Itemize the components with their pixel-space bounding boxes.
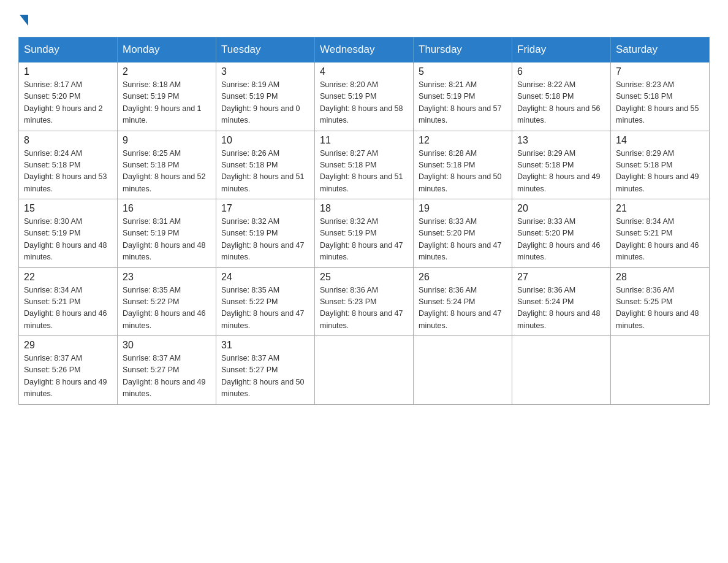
calendar-table: SundayMondayTuesdayWednesdayThursdayFrid… bbox=[18, 37, 710, 405]
calendar-cell: 29Sunrise: 8:37 AMSunset: 5:26 PMDayligh… bbox=[19, 336, 118, 405]
day-info: Sunrise: 8:33 AMSunset: 5:20 PMDaylight:… bbox=[419, 216, 507, 264]
day-info: Sunrise: 8:34 AMSunset: 5:21 PMDaylight:… bbox=[616, 216, 704, 264]
day-info: Sunrise: 8:32 AMSunset: 5:19 PMDaylight:… bbox=[221, 216, 309, 264]
day-number: 21 bbox=[616, 203, 704, 214]
day-number: 17 bbox=[221, 203, 309, 214]
day-number: 3 bbox=[221, 66, 309, 77]
week-row-4: 22Sunrise: 8:34 AMSunset: 5:21 PMDayligh… bbox=[19, 267, 710, 336]
week-row-1: 1Sunrise: 8:17 AMSunset: 5:20 PMDaylight… bbox=[19, 63, 710, 131]
calendar-cell: 7Sunrise: 8:23 AMSunset: 5:18 PMDaylight… bbox=[611, 63, 710, 131]
week-row-5: 29Sunrise: 8:37 AMSunset: 5:26 PMDayligh… bbox=[19, 336, 710, 405]
calendar-cell: 6Sunrise: 8:22 AMSunset: 5:18 PMDaylight… bbox=[512, 63, 611, 131]
calendar-cell: 14Sunrise: 8:29 AMSunset: 5:18 PMDayligh… bbox=[611, 131, 710, 199]
day-info: Sunrise: 8:35 AMSunset: 5:22 PMDaylight:… bbox=[123, 285, 211, 332]
day-number: 29 bbox=[24, 340, 112, 351]
day-number: 30 bbox=[123, 340, 211, 351]
calendar-cell: 28Sunrise: 8:36 AMSunset: 5:25 PMDayligh… bbox=[611, 267, 710, 336]
day-info: Sunrise: 8:36 AMSunset: 5:24 PMDaylight:… bbox=[419, 285, 507, 332]
week-row-3: 15Sunrise: 8:30 AMSunset: 5:19 PMDayligh… bbox=[19, 199, 710, 268]
calendar-cell: 27Sunrise: 8:36 AMSunset: 5:24 PMDayligh… bbox=[512, 267, 611, 336]
day-info: Sunrise: 8:20 AMSunset: 5:19 PMDaylight:… bbox=[320, 79, 408, 127]
calendar-cell bbox=[611, 336, 710, 405]
day-info: Sunrise: 8:17 AMSunset: 5:20 PMDaylight:… bbox=[24, 79, 112, 127]
calendar-cell: 30Sunrise: 8:37 AMSunset: 5:27 PMDayligh… bbox=[118, 336, 216, 405]
day-info: Sunrise: 8:31 AMSunset: 5:19 PMDaylight:… bbox=[123, 216, 211, 264]
day-info: Sunrise: 8:37 AMSunset: 5:27 PMDaylight:… bbox=[221, 353, 309, 400]
weekday-header-monday: Monday bbox=[118, 37, 216, 63]
day-info: Sunrise: 8:33 AMSunset: 5:20 PMDaylight:… bbox=[517, 216, 605, 264]
calendar-cell: 22Sunrise: 8:34 AMSunset: 5:21 PMDayligh… bbox=[19, 267, 118, 336]
calendar-cell bbox=[414, 336, 512, 405]
day-number: 10 bbox=[221, 135, 309, 146]
day-number: 19 bbox=[419, 203, 507, 214]
calendar-cell: 9Sunrise: 8:25 AMSunset: 5:18 PMDaylight… bbox=[118, 131, 216, 199]
calendar-cell: 15Sunrise: 8:30 AMSunset: 5:19 PMDayligh… bbox=[19, 199, 118, 268]
day-info: Sunrise: 8:32 AMSunset: 5:19 PMDaylight:… bbox=[320, 216, 408, 264]
day-number: 6 bbox=[517, 66, 605, 77]
day-number: 25 bbox=[320, 272, 408, 283]
calendar-cell: 8Sunrise: 8:24 AMSunset: 5:18 PMDaylight… bbox=[19, 131, 118, 199]
calendar-cell: 10Sunrise: 8:26 AMSunset: 5:18 PMDayligh… bbox=[216, 131, 315, 199]
calendar-cell: 23Sunrise: 8:35 AMSunset: 5:22 PMDayligh… bbox=[118, 267, 216, 336]
weekday-header-tuesday: Tuesday bbox=[216, 37, 315, 63]
calendar-cell: 20Sunrise: 8:33 AMSunset: 5:20 PMDayligh… bbox=[512, 199, 611, 268]
weekday-header-saturday: Saturday bbox=[611, 37, 710, 63]
day-number: 4 bbox=[320, 66, 408, 77]
day-info: Sunrise: 8:26 AMSunset: 5:18 PMDaylight:… bbox=[221, 148, 309, 196]
day-number: 9 bbox=[123, 135, 211, 146]
calendar-cell: 18Sunrise: 8:32 AMSunset: 5:19 PMDayligh… bbox=[315, 199, 414, 268]
day-number: 13 bbox=[517, 135, 605, 146]
calendar-cell: 17Sunrise: 8:32 AMSunset: 5:19 PMDayligh… bbox=[216, 199, 315, 268]
day-number: 24 bbox=[221, 272, 309, 283]
day-number: 14 bbox=[616, 135, 704, 146]
weekday-header-sunday: Sunday bbox=[19, 37, 118, 63]
day-info: Sunrise: 8:36 AMSunset: 5:24 PMDaylight:… bbox=[517, 285, 605, 332]
calendar-cell: 1Sunrise: 8:17 AMSunset: 5:20 PMDaylight… bbox=[19, 63, 118, 131]
day-info: Sunrise: 8:24 AMSunset: 5:18 PMDaylight:… bbox=[24, 148, 112, 196]
day-number: 20 bbox=[517, 203, 605, 214]
day-info: Sunrise: 8:37 AMSunset: 5:26 PMDaylight:… bbox=[24, 353, 112, 400]
calendar-cell bbox=[512, 336, 611, 405]
day-number: 28 bbox=[616, 272, 704, 283]
day-info: Sunrise: 8:21 AMSunset: 5:19 PMDaylight:… bbox=[419, 79, 507, 127]
week-row-2: 8Sunrise: 8:24 AMSunset: 5:18 PMDaylight… bbox=[19, 131, 710, 199]
calendar-cell: 13Sunrise: 8:29 AMSunset: 5:18 PMDayligh… bbox=[512, 131, 611, 199]
page-header bbox=[18, 12, 710, 25]
day-number: 18 bbox=[320, 203, 408, 214]
day-info: Sunrise: 8:18 AMSunset: 5:19 PMDaylight:… bbox=[123, 79, 211, 127]
day-number: 12 bbox=[419, 135, 507, 146]
calendar-cell: 21Sunrise: 8:34 AMSunset: 5:21 PMDayligh… bbox=[611, 199, 710, 268]
calendar-cell: 26Sunrise: 8:36 AMSunset: 5:24 PMDayligh… bbox=[414, 267, 512, 336]
logo bbox=[18, 12, 28, 25]
day-number: 8 bbox=[24, 135, 112, 146]
day-info: Sunrise: 8:29 AMSunset: 5:18 PMDaylight:… bbox=[616, 148, 704, 196]
day-number: 2 bbox=[123, 66, 211, 77]
day-info: Sunrise: 8:30 AMSunset: 5:19 PMDaylight:… bbox=[24, 216, 112, 264]
day-number: 31 bbox=[221, 340, 309, 351]
day-number: 27 bbox=[517, 272, 605, 283]
day-number: 5 bbox=[419, 66, 507, 77]
calendar-cell: 24Sunrise: 8:35 AMSunset: 5:22 PMDayligh… bbox=[216, 267, 315, 336]
day-number: 7 bbox=[616, 66, 704, 77]
day-number: 23 bbox=[123, 272, 211, 283]
day-info: Sunrise: 8:25 AMSunset: 5:18 PMDaylight:… bbox=[123, 148, 211, 196]
calendar-cell: 5Sunrise: 8:21 AMSunset: 5:19 PMDaylight… bbox=[414, 63, 512, 131]
weekday-header-row: SundayMondayTuesdayWednesdayThursdayFrid… bbox=[19, 37, 710, 63]
calendar-cell: 25Sunrise: 8:36 AMSunset: 5:23 PMDayligh… bbox=[315, 267, 414, 336]
calendar-cell: 16Sunrise: 8:31 AMSunset: 5:19 PMDayligh… bbox=[118, 199, 216, 268]
day-info: Sunrise: 8:35 AMSunset: 5:22 PMDaylight:… bbox=[221, 285, 309, 332]
day-info: Sunrise: 8:28 AMSunset: 5:18 PMDaylight:… bbox=[419, 148, 507, 196]
calendar-cell: 2Sunrise: 8:18 AMSunset: 5:19 PMDaylight… bbox=[118, 63, 216, 131]
day-number: 22 bbox=[24, 272, 112, 283]
calendar-cell: 3Sunrise: 8:19 AMSunset: 5:19 PMDaylight… bbox=[216, 63, 315, 131]
calendar-cell: 31Sunrise: 8:37 AMSunset: 5:27 PMDayligh… bbox=[216, 336, 315, 405]
day-info: Sunrise: 8:36 AMSunset: 5:25 PMDaylight:… bbox=[616, 285, 704, 332]
calendar-cell: 19Sunrise: 8:33 AMSunset: 5:20 PMDayligh… bbox=[414, 199, 512, 268]
day-info: Sunrise: 8:37 AMSunset: 5:27 PMDaylight:… bbox=[123, 353, 211, 400]
weekday-header-wednesday: Wednesday bbox=[315, 37, 414, 63]
day-number: 1 bbox=[24, 66, 112, 77]
calendar-cell: 11Sunrise: 8:27 AMSunset: 5:18 PMDayligh… bbox=[315, 131, 414, 199]
day-number: 26 bbox=[419, 272, 507, 283]
weekday-header-friday: Friday bbox=[512, 37, 611, 63]
day-info: Sunrise: 8:34 AMSunset: 5:21 PMDaylight:… bbox=[24, 285, 112, 332]
